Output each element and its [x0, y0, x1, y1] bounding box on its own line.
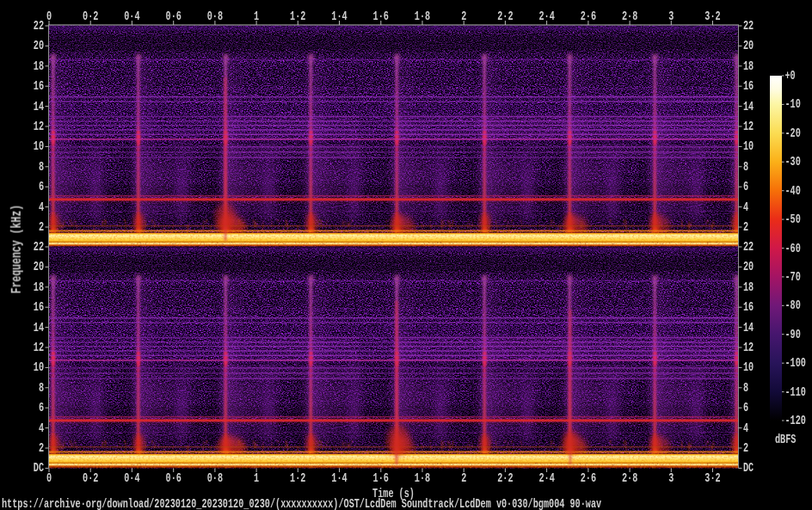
svg-text:20: 20	[34, 40, 44, 53]
svg-text:1: 1	[254, 471, 259, 485]
svg-text:14: 14	[34, 100, 44, 114]
svg-text:12: 12	[743, 120, 754, 134]
svg-text:DC: DC	[34, 462, 45, 476]
svg-text:3: 3	[668, 9, 674, 23]
svg-text:10: 10	[34, 361, 44, 375]
svg-text:+0: +0	[785, 70, 796, 83]
svg-text:2·2: 2·2	[497, 471, 513, 485]
svg-text:8: 8	[39, 381, 44, 395]
svg-text:18: 18	[34, 59, 44, 73]
svg-text:-80: -80	[785, 299, 801, 313]
svg-text:1·8: 1·8	[415, 9, 430, 23]
svg-text:-30: -30	[785, 156, 801, 169]
svg-text:2·6: 2·6	[581, 9, 596, 23]
svg-text:10: 10	[743, 361, 754, 375]
svg-text:4: 4	[743, 421, 748, 435]
svg-text:1·2: 1·2	[290, 471, 305, 485]
svg-text:14: 14	[34, 321, 44, 335]
svg-text:10: 10	[34, 140, 44, 154]
svg-text:-20: -20	[785, 126, 801, 140]
svg-text:14: 14	[743, 100, 754, 114]
svg-text:18: 18	[743, 280, 754, 294]
svg-text:6: 6	[743, 181, 748, 194]
svg-text:0·8: 0·8	[207, 9, 223, 23]
svg-text:-90: -90	[785, 328, 801, 341]
svg-text:2: 2	[461, 471, 466, 485]
svg-text:2·4: 2·4	[538, 9, 554, 23]
svg-text:dBFS: dBFS	[775, 433, 796, 447]
svg-text:2: 2	[461, 9, 466, 23]
svg-text:18: 18	[34, 280, 44, 294]
svg-text:1: 1	[254, 9, 259, 23]
svg-text:-70: -70	[785, 271, 801, 285]
svg-text:6: 6	[39, 402, 44, 415]
svg-text:16: 16	[743, 301, 754, 315]
svg-text:-40: -40	[785, 184, 801, 198]
svg-text:8: 8	[743, 160, 748, 174]
svg-text:18: 18	[743, 59, 754, 73]
svg-text:DC: DC	[743, 462, 754, 476]
svg-text:https://archive·org/download/2: https://archive·org/download/20230120_20…	[2, 498, 602, 510]
svg-text:0·8: 0·8	[207, 471, 223, 485]
svg-text:12: 12	[34, 341, 44, 355]
svg-text:-100: -100	[785, 357, 806, 371]
svg-text:-50: -50	[785, 213, 801, 227]
svg-text:0·2: 0·2	[83, 471, 98, 485]
svg-text:2·6: 2·6	[581, 471, 596, 485]
svg-text:1·4: 1·4	[331, 471, 347, 485]
svg-text:4: 4	[39, 421, 44, 435]
svg-text:16: 16	[743, 80, 754, 94]
svg-text:6: 6	[39, 181, 44, 194]
svg-text:20: 20	[743, 40, 754, 53]
svg-text:12: 12	[743, 341, 754, 355]
svg-text:2: 2	[39, 442, 44, 456]
svg-text:6: 6	[743, 402, 748, 415]
svg-text:2·8: 2·8	[622, 471, 637, 485]
svg-text:-10: -10	[785, 98, 801, 112]
svg-text:22: 22	[34, 20, 44, 34]
svg-text:3·2: 3·2	[704, 471, 720, 485]
svg-text:16: 16	[34, 301, 44, 315]
svg-text:2·8: 2·8	[622, 9, 637, 23]
svg-text:14: 14	[743, 321, 754, 335]
svg-text:2·2: 2·2	[497, 9, 513, 23]
svg-text:-120: -120	[785, 415, 806, 428]
svg-text:4: 4	[39, 200, 44, 214]
svg-text:0·4: 0·4	[124, 9, 139, 23]
svg-text:3: 3	[668, 471, 674, 485]
svg-text:22: 22	[34, 241, 44, 255]
svg-text:-60: -60	[785, 242, 801, 255]
svg-text:20: 20	[743, 261, 754, 274]
svg-text:1·6: 1·6	[373, 9, 389, 23]
svg-text:3·2: 3·2	[704, 9, 720, 23]
svg-text:0·4: 0·4	[124, 471, 139, 485]
svg-text:1·6: 1·6	[373, 471, 389, 485]
svg-text:1·4: 1·4	[331, 9, 347, 23]
svg-text:1·2: 1·2	[290, 9, 305, 23]
svg-text:12: 12	[34, 120, 44, 134]
svg-text:22: 22	[743, 241, 754, 255]
svg-text:-110: -110	[785, 385, 806, 399]
svg-text:2: 2	[743, 221, 748, 235]
svg-text:2: 2	[743, 442, 748, 456]
svg-text:0·6: 0·6	[166, 9, 181, 23]
svg-text:1·8: 1·8	[415, 471, 430, 485]
svg-text:0: 0	[46, 9, 52, 23]
svg-text:0: 0	[46, 471, 52, 485]
svg-text:8: 8	[39, 160, 44, 174]
svg-text:2·4: 2·4	[538, 471, 554, 485]
svg-text:4: 4	[743, 200, 748, 214]
svg-text:20: 20	[34, 261, 44, 274]
svg-text:16: 16	[34, 80, 44, 94]
svg-text:0·2: 0·2	[83, 9, 98, 23]
svg-text:10: 10	[743, 140, 754, 154]
svg-text:Frequency (kHz): Frequency (kHz)	[9, 205, 24, 293]
svg-text:22: 22	[743, 20, 754, 34]
svg-text:8: 8	[743, 381, 748, 395]
svg-text:0·6: 0·6	[166, 471, 181, 485]
svg-text:2: 2	[39, 221, 44, 235]
